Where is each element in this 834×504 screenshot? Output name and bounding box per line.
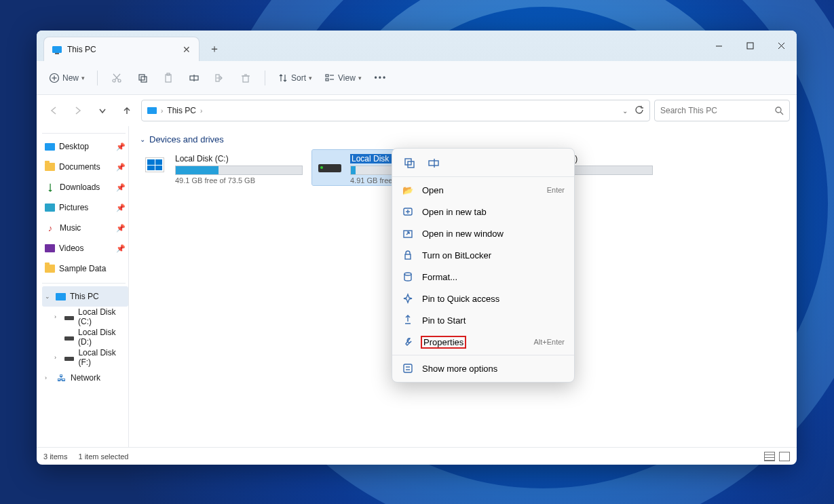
music-icon: ♪ xyxy=(45,222,56,233)
svg-point-25 xyxy=(776,107,781,113)
window-controls xyxy=(703,31,797,61)
wrench-icon xyxy=(402,336,414,347)
plus-circle-icon xyxy=(49,73,60,83)
more-button[interactable]: ••• xyxy=(370,67,392,89)
pin-icon: 📌 xyxy=(116,203,126,212)
ctx-format[interactable]: Format... xyxy=(392,266,574,288)
sidebar-item-music[interactable]: ♪Music📌 xyxy=(42,218,128,238)
download-icon: ⭣ xyxy=(45,182,56,193)
status-selected-count: 1 item selected xyxy=(78,452,128,461)
breadcrumb-root[interactable]: This PC xyxy=(167,106,196,115)
ellipsis-icon: ••• xyxy=(375,73,387,83)
sidebar-item-network[interactable]: ›🖧Network xyxy=(42,368,128,388)
sort-button[interactable]: Sort▾ xyxy=(273,67,316,89)
pin-icon: 📌 xyxy=(116,224,126,233)
lock-icon xyxy=(402,250,414,260)
ctx-pin-quick-access[interactable]: Pin to Quick access xyxy=(392,288,574,309)
sidebar-item-drive-d[interactable]: ›Local Disk (D:) xyxy=(42,327,128,347)
ctx-open-new-window[interactable]: Open in new window xyxy=(392,222,574,244)
ctx-open-new-tab[interactable]: Open in new tab xyxy=(392,201,574,222)
context-menu: 📂 Open Enter Open in new tab Open in new… xyxy=(392,148,575,383)
new-button[interactable]: New▾ xyxy=(45,67,89,89)
open-folder-icon: 📂 xyxy=(402,185,414,195)
delete-button[interactable] xyxy=(235,67,257,89)
svg-rect-12 xyxy=(141,77,147,82)
ctx-copy-button[interactable] xyxy=(402,155,417,170)
group-header-devices[interactable]: ⌄ Devices and drives xyxy=(137,132,789,150)
ctx-pin-start[interactable]: Pin to Start xyxy=(392,309,574,331)
svg-rect-11 xyxy=(139,75,145,80)
status-item-count: 3 items xyxy=(43,452,67,461)
trash-icon xyxy=(240,73,251,83)
back-button[interactable] xyxy=(43,100,64,121)
share-button[interactable] xyxy=(209,67,231,89)
sidebar-item-pictures[interactable]: Pictures📌 xyxy=(42,197,128,218)
refresh-button[interactable] xyxy=(634,105,644,117)
new-window-icon xyxy=(402,228,414,239)
hdd-icon xyxy=(318,164,341,172)
tab-this-pc[interactable]: This PC ✕ xyxy=(43,37,200,61)
cut-button[interactable] xyxy=(106,67,128,89)
address-bar[interactable]: › This PC › ⌄ xyxy=(141,100,650,121)
minimize-button[interactable] xyxy=(703,35,734,57)
tab-close-button[interactable]: ✕ xyxy=(183,44,191,55)
sidebar-item-downloads[interactable]: ⭣Downloads📌 xyxy=(42,177,128,197)
drive-c[interactable]: Local Disk (C:) 49.1 GB free of 73.5 GB xyxy=(137,150,307,185)
svg-rect-1 xyxy=(747,43,753,49)
chevron-down-icon: ⌄ xyxy=(140,136,145,143)
properties-highlight: Properties xyxy=(421,336,466,349)
format-icon xyxy=(402,271,414,282)
folder-icon xyxy=(45,265,55,273)
this-pc-icon xyxy=(147,107,157,114)
pictures-icon xyxy=(45,203,55,212)
rename-button[interactable] xyxy=(183,67,205,89)
pin-icon: 📌 xyxy=(116,163,126,172)
copy-icon xyxy=(404,157,415,169)
folder-icon xyxy=(45,163,55,171)
search-input[interactable] xyxy=(660,106,775,115)
details-view-button[interactable] xyxy=(764,452,775,461)
pin-icon: 📌 xyxy=(116,244,126,253)
network-icon: 🖧 xyxy=(56,372,67,383)
svg-point-36 xyxy=(404,273,411,275)
ctx-rename-button[interactable] xyxy=(426,155,441,170)
toolbar: New▾ Sort▾ View▾ ••• xyxy=(37,61,797,95)
paste-button[interactable] xyxy=(157,67,179,89)
sidebar-item-videos[interactable]: Videos📌 xyxy=(42,238,128,258)
svg-rect-29 xyxy=(429,161,438,166)
new-tab-button[interactable]: ＋ xyxy=(204,38,225,60)
pin-icon: 📌 xyxy=(116,183,126,192)
sort-icon xyxy=(278,73,288,83)
sidebar-item-this-pc[interactable]: ⌄This PC xyxy=(42,286,128,307)
tiles-view-button[interactable] xyxy=(779,452,790,461)
ctx-properties[interactable]: Properties Alt+Enter xyxy=(392,331,574,353)
view-icon xyxy=(324,73,335,83)
disk-icon xyxy=(64,336,74,341)
ctx-open[interactable]: 📂 Open Enter xyxy=(392,179,574,201)
tab-title: This PC xyxy=(67,45,177,54)
sidebar-item-sample-data[interactable]: Sample Data xyxy=(42,258,128,279)
svg-rect-37 xyxy=(404,364,412,372)
up-button[interactable] xyxy=(117,100,137,121)
sidebar-item-drive-c[interactable]: ›Local Disk (C:) xyxy=(42,307,128,327)
svg-rect-18 xyxy=(243,76,248,82)
forward-button[interactable] xyxy=(68,100,88,121)
copy-button[interactable] xyxy=(132,67,153,89)
ctx-show-more[interactable]: Show more options xyxy=(392,357,574,379)
recent-button[interactable] xyxy=(92,100,113,121)
maximize-button[interactable] xyxy=(734,35,765,57)
svg-rect-22 xyxy=(326,79,328,81)
copy-icon xyxy=(137,73,148,83)
sidebar-item-documents[interactable]: Documents📌 xyxy=(42,157,128,177)
ctx-bitlocker[interactable]: Turn on BitLocker xyxy=(392,244,574,266)
close-button[interactable] xyxy=(765,35,797,57)
sidebar-item-desktop[interactable]: Desktop📌 xyxy=(42,136,128,157)
view-button[interactable]: View▾ xyxy=(320,67,366,89)
sidebar: Desktop📌 Documents📌 ⭣Downloads📌 Pictures… xyxy=(37,126,128,447)
videos-icon xyxy=(45,244,55,252)
sidebar-item-drive-f[interactable]: ›Local Disk (F:) xyxy=(42,347,128,368)
search-box[interactable] xyxy=(654,100,790,121)
address-dropdown[interactable]: ⌄ xyxy=(622,107,628,115)
more-options-icon xyxy=(402,363,414,374)
cut-icon xyxy=(111,73,122,83)
